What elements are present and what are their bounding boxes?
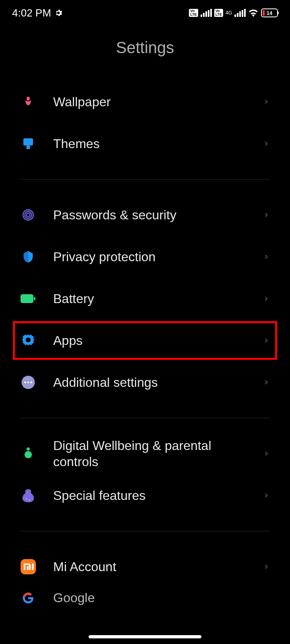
svg-point-3 [25,212,32,219]
flask-icon [20,487,36,504]
svg-rect-6 [34,297,35,300]
svg-point-7 [26,338,31,343]
settings-item-passwords-security[interactable]: Passwords & security [20,194,270,236]
signal-icon [234,9,246,17]
divider [20,179,270,180]
settings-item-digital-wellbeing[interactable]: Digital Wellbeing & parental controls [20,433,270,475]
signal-icon [201,9,212,17]
svg-rect-0 [23,138,33,146]
page-title: Settings [0,24,290,81]
settings-item-battery[interactable]: Battery [20,278,270,320]
item-label: Themes [53,136,246,152]
shield-icon [20,249,36,265]
more-icon [20,374,36,390]
volte-icon: VoLTE [214,9,223,17]
item-label: Apps [53,332,246,349]
chevron-right-icon [263,337,270,344]
svg-point-15 [29,500,30,501]
chevron-right-icon [263,140,270,147]
svg-rect-5 [21,294,33,303]
chevron-right-icon [263,253,270,260]
item-label: Google [53,590,270,606]
battery-percent: 14 [262,10,277,16]
status-bar: 4:02 PM VoLTE VoLTE 4G 14 [0,0,290,24]
svg-point-2 [27,213,30,217]
settings-item-wallpaper[interactable]: Wallpaper [20,81,270,123]
item-label: Digital Wellbeing & parental controls [53,438,246,470]
chevron-right-icon [263,563,270,570]
apps-gear-icon [20,332,36,349]
item-label: Special features [53,487,246,504]
status-left: 4:02 PM [12,7,62,19]
settings-item-special-features[interactable]: Special features [20,475,270,516]
divider [20,418,270,418]
settings-item-mi-account[interactable]: Mi Account [20,546,270,588]
battery-icon: 14 [261,8,278,17]
gesture-bar[interactable] [89,635,201,638]
volte-icon: VoLTE [189,9,198,17]
chevron-right-icon [263,379,270,386]
battery-icon [20,291,36,307]
svg-point-10 [27,382,29,384]
chevron-right-icon [263,295,270,302]
svg-point-12 [27,448,30,451]
chevron-right-icon [263,450,270,457]
wellbeing-icon [20,446,36,462]
svg-point-11 [30,382,32,384]
svg-point-14 [26,498,27,500]
item-label: Passwords & security [53,207,246,223]
chevron-right-icon [263,492,270,499]
status-time: 4:02 PM [12,7,51,19]
themes-icon [20,136,36,152]
svg-rect-1 [27,146,30,149]
mi-icon [20,559,36,575]
settings-item-additional-settings[interactable]: Additional settings [20,361,270,403]
google-icon [20,590,36,606]
settings-item-apps[interactable]: Apps [20,320,270,361]
svg-point-9 [24,382,26,384]
gear-icon [54,9,62,17]
item-label: Mi Account [53,559,246,575]
status-right: VoLTE VoLTE 4G 14 [189,8,278,17]
item-label: Additional settings [53,374,246,390]
chevron-right-icon [263,211,270,219]
settings-list: Wallpaper Themes Passwords & security [0,81,290,608]
wallpaper-icon [20,94,36,110]
settings-item-privacy-protection[interactable]: Privacy protection [20,236,270,278]
settings-item-themes[interactable]: Themes [20,123,270,165]
item-label: Privacy protection [53,249,246,265]
network-label: 4G [226,10,232,16]
fingerprint-icon [20,207,36,223]
divider [20,531,270,531]
settings-item-google[interactable]: Google [20,588,270,608]
chevron-right-icon [263,98,270,105]
wifi-icon [248,9,259,17]
item-label: Battery [53,291,246,307]
item-label: Wallpaper [53,94,246,110]
